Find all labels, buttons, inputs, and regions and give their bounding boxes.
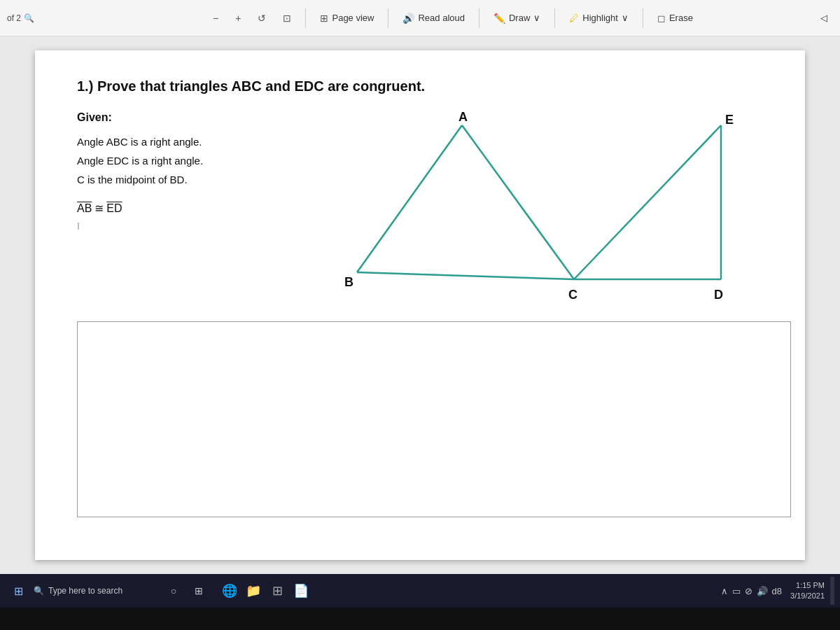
- draw-button[interactable]: ✏️ Draw ∨: [488, 9, 546, 27]
- fit-icon: ⊡: [283, 13, 291, 24]
- congruent-statement: AB ≅ ED: [77, 202, 273, 215]
- read-aloud-icon: 🔊: [402, 13, 414, 24]
- given-text: Angle ABC is a right angle. Angle EDC is…: [77, 132, 273, 189]
- highlight-chevron: ∨: [622, 13, 629, 23]
- svg-line-1: [357, 272, 574, 279]
- separator-2: [388, 8, 388, 28]
- eng-icon: d8: [772, 586, 782, 596]
- geometry-diagram: A B C D E: [301, 111, 735, 314]
- given-line-3: C is the midpoint of BD.: [77, 170, 273, 189]
- clock-time: 1:15 PM: [790, 580, 825, 591]
- problem-content: Given: Angle ABC is a right angle. Angle…: [77, 111, 763, 307]
- point-b-label: B: [344, 275, 354, 289]
- page-count-text: of 2: [7, 13, 21, 23]
- draw-icon: ✏️: [493, 13, 505, 24]
- toolbar: of 2 🔍 − + ↺ ⊡ ⊞ Page view: [0, 0, 840, 36]
- toolbar-left: of 2 🔍: [7, 13, 91, 23]
- draw-chevron: ∨: [533, 13, 540, 23]
- taskbar: ⊞ 🔍 Type here to search ○ ⊞ 🌐 📁 ⊞ 📄: [0, 574, 840, 608]
- task-view-button[interactable]: ⊞: [188, 580, 210, 602]
- minus-icon: −: [213, 13, 218, 24]
- point-c-label: C: [568, 288, 578, 302]
- file-explorer-icon[interactable]: 📁: [242, 580, 265, 602]
- start-button[interactable]: ⊞: [6, 578, 31, 603]
- browser-back-icon: ◁: [820, 13, 827, 23]
- given-label: Given:: [77, 111, 273, 124]
- erase-icon: ◻: [657, 13, 666, 24]
- ab-overline: AB: [77, 202, 92, 215]
- clock-date: 3/19/2021: [790, 591, 825, 601]
- page-view-button[interactable]: ⊞ Page view: [314, 9, 379, 27]
- cortana-button[interactable]: ○: [162, 580, 185, 602]
- given-section: Given: Angle ABC is a right angle. Angle…: [77, 111, 273, 232]
- highlight-button[interactable]: 🖊 Highlight ∨: [564, 9, 634, 27]
- svg-line-3: [574, 125, 721, 279]
- task-view-icon: ⊞: [195, 585, 203, 596]
- congruent-symbol: ≅: [94, 202, 104, 215]
- page-view-icon: ⊞: [320, 13, 328, 24]
- separator-5: [643, 8, 643, 28]
- given-line-1: Angle ABC is a right angle.: [77, 132, 273, 151]
- svg-line-2: [462, 125, 574, 279]
- zoom-in-button[interactable]: +: [230, 9, 246, 27]
- browser-back-button[interactable]: ◁: [815, 9, 833, 27]
- toolbar-right: ◁: [815, 9, 833, 27]
- search-icon[interactable]: 🔍: [24, 13, 34, 23]
- taskbar-clock[interactable]: 1:15 PM 3/19/2021: [790, 580, 825, 602]
- windows-icon: ⊞: [14, 584, 23, 598]
- highlight-icon: 🖊: [569, 13, 579, 24]
- fit-button[interactable]: ⊡: [277, 9, 297, 27]
- read-aloud-button[interactable]: 🔊 Read aloud: [397, 9, 470, 27]
- page-view-label: Page view: [332, 13, 374, 23]
- content-area: 1.) Prove that triangles ABC and EDC are…: [0, 36, 840, 574]
- read-aloud-label: Read aloud: [418, 13, 465, 23]
- cortana-icon: ○: [171, 585, 176, 596]
- point-e-label: E: [725, 113, 734, 127]
- network-icon[interactable]: ⊘: [745, 586, 752, 596]
- pdf-app-icon[interactable]: 📄: [290, 580, 312, 602]
- battery-icon[interactable]: ▭: [732, 586, 741, 596]
- ed-overline: ED: [106, 202, 122, 215]
- volume-icon[interactable]: 🔊: [757, 586, 768, 596]
- taskbar-search-icon: 🔍: [34, 586, 44, 596]
- show-desktop-button[interactable]: [830, 577, 834, 605]
- cursor-indicator: I: [77, 220, 273, 232]
- app-window: of 2 🔍 − + ↺ ⊡ ⊞ Page view: [0, 0, 840, 574]
- system-tray: ∧ ▭ ⊘ 🔊 d8: [721, 586, 782, 596]
- pdf-page: 1.) Prove that triangles ABC and EDC are…: [35, 50, 805, 560]
- plus-icon: +: [235, 13, 241, 24]
- problem-title: 1.) Prove that triangles ABC and EDC are…: [77, 78, 763, 94]
- highlight-label: Highlight: [582, 13, 618, 23]
- taskbar-search-placeholder: Type here to search: [48, 586, 122, 596]
- taskbar-search[interactable]: 🔍 Type here to search: [34, 586, 160, 596]
- point-a-label: A: [458, 111, 468, 124]
- separator-3: [479, 8, 479, 28]
- toolbar-center: − + ↺ ⊡ ⊞ Page view 🔊 Read aloud: [94, 8, 812, 28]
- separator-4: [554, 8, 555, 28]
- up-arrow-icon[interactable]: ∧: [721, 586, 728, 596]
- erase-button[interactable]: ◻ Erase: [652, 9, 699, 27]
- edge-icon[interactable]: 🌐: [218, 580, 241, 602]
- zoom-out-button[interactable]: −: [207, 9, 224, 27]
- erase-label: Erase: [669, 13, 693, 23]
- separator-1: [305, 8, 306, 28]
- answer-box[interactable]: [77, 321, 791, 517]
- store-icon[interactable]: ⊞: [266, 580, 288, 602]
- below-taskbar-area: [0, 608, 840, 630]
- svg-line-0: [357, 125, 462, 272]
- draw-label: Draw: [509, 13, 530, 23]
- page-count: of 2 🔍: [7, 13, 34, 23]
- taskbar-app-icons: 🌐 📁 ⊞ 📄: [218, 580, 312, 602]
- given-line-2: Angle EDC is a right angle.: [77, 151, 273, 170]
- rotate-icon: ↺: [258, 13, 266, 24]
- diagram-area: A B C D E: [301, 111, 763, 307]
- rotate-button[interactable]: ↺: [252, 9, 272, 27]
- point-d-label: D: [714, 288, 723, 302]
